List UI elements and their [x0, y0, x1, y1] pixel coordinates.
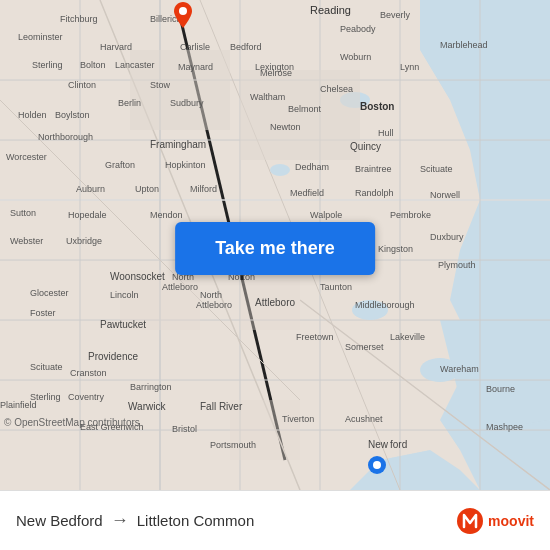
svg-text:Coventry: Coventry — [68, 392, 105, 402]
svg-text:Acushnet: Acushnet — [345, 414, 383, 424]
svg-text:Freetown: Freetown — [296, 332, 334, 342]
svg-text:Waltham: Waltham — [250, 92, 285, 102]
svg-text:Mashpee: Mashpee — [486, 422, 523, 432]
svg-text:Worcester: Worcester — [6, 152, 47, 162]
take-me-there-button[interactable]: Take me there — [175, 222, 375, 275]
destination-pin — [174, 2, 192, 32]
svg-text:Peabody: Peabody — [340, 24, 376, 34]
svg-text:ford: ford — [390, 439, 407, 450]
svg-text:Walpole: Walpole — [310, 210, 342, 220]
svg-text:Framingham: Framingham — [150, 139, 206, 150]
svg-text:Fall River: Fall River — [200, 401, 243, 412]
svg-text:Sutton: Sutton — [10, 208, 36, 218]
svg-text:Bedford: Bedford — [230, 42, 262, 52]
svg-text:Leominster: Leominster — [18, 32, 63, 42]
svg-text:Uxbridge: Uxbridge — [66, 236, 102, 246]
svg-text:Upton: Upton — [135, 184, 159, 194]
svg-text:Providence: Providence — [88, 351, 138, 362]
svg-text:Randolph: Randolph — [355, 188, 394, 198]
svg-text:Hull: Hull — [378, 128, 394, 138]
svg-text:Mendon: Mendon — [150, 210, 183, 220]
svg-text:Medfield: Medfield — [290, 188, 324, 198]
svg-text:Fitchburg: Fitchburg — [60, 14, 98, 24]
origin-label: New Bedford — [16, 512, 103, 529]
svg-text:Plymouth: Plymouth — [438, 260, 476, 270]
svg-text:Attleboro: Attleboro — [162, 282, 198, 292]
svg-text:New: New — [368, 439, 389, 450]
svg-text:Woburn: Woburn — [340, 52, 371, 62]
svg-text:Carlisle: Carlisle — [180, 42, 210, 52]
svg-text:Bristol: Bristol — [172, 424, 197, 434]
svg-text:Warwick: Warwick — [128, 401, 166, 412]
svg-text:Auburn: Auburn — [76, 184, 105, 194]
svg-text:Boylston: Boylston — [55, 110, 90, 120]
svg-text:Reading: Reading — [310, 4, 351, 16]
map-container: Reading Peabody Beverly Marblehead Lynn … — [0, 0, 550, 490]
arrow-icon: → — [111, 510, 129, 531]
svg-text:Newton: Newton — [270, 122, 301, 132]
svg-text:Taunton: Taunton — [320, 282, 352, 292]
svg-text:Wareham: Wareham — [440, 364, 479, 374]
moovit-icon — [456, 507, 484, 535]
svg-text:Hopkinton: Hopkinton — [165, 160, 206, 170]
svg-text:Lakeville: Lakeville — [390, 332, 425, 342]
origin-pin — [368, 456, 386, 478]
svg-text:Clinton: Clinton — [68, 80, 96, 90]
svg-text:Maynard: Maynard — [178, 62, 213, 72]
svg-text:Middleborough: Middleborough — [355, 300, 415, 310]
svg-point-121 — [179, 7, 187, 15]
svg-text:Dedham: Dedham — [295, 162, 329, 172]
svg-text:Milford: Milford — [190, 184, 217, 194]
svg-text:Bolton: Bolton — [80, 60, 106, 70]
svg-text:Bourne: Bourne — [486, 384, 515, 394]
svg-text:Lincoln: Lincoln — [110, 290, 139, 300]
svg-point-123 — [373, 461, 381, 469]
moovit-text: moovit — [488, 513, 534, 529]
svg-text:Glocester: Glocester — [30, 288, 69, 298]
svg-text:Scituate: Scituate — [30, 362, 63, 372]
svg-text:Boston: Boston — [360, 101, 394, 112]
svg-text:Attleboro: Attleboro — [196, 300, 232, 310]
svg-text:Portsmouth: Portsmouth — [210, 440, 256, 450]
destination-label: Littleton Common — [137, 512, 255, 529]
svg-text:Barrington: Barrington — [130, 382, 172, 392]
svg-text:Norwell: Norwell — [430, 190, 460, 200]
svg-text:Braintree: Braintree — [355, 164, 392, 174]
svg-text:Kingston: Kingston — [378, 244, 413, 254]
svg-text:Quincy: Quincy — [350, 141, 381, 152]
svg-text:Somerset: Somerset — [345, 342, 384, 352]
svg-text:Holden: Holden — [18, 110, 47, 120]
svg-text:Woonsocket: Woonsocket — [110, 271, 165, 282]
svg-text:Webster: Webster — [10, 236, 43, 246]
svg-text:Harvard: Harvard — [100, 42, 132, 52]
svg-text:Tiverton: Tiverton — [282, 414, 314, 424]
svg-text:Attleboro: Attleboro — [255, 297, 295, 308]
svg-text:Pawtucket: Pawtucket — [100, 319, 146, 330]
bottom-bar: New Bedford → Littleton Common moovit — [0, 490, 550, 550]
route-info: New Bedford → Littleton Common — [16, 510, 456, 531]
svg-text:Stow: Stow — [150, 80, 171, 90]
svg-text:Lynn: Lynn — [400, 62, 419, 72]
svg-text:Grafton: Grafton — [105, 160, 135, 170]
svg-text:Berlin: Berlin — [118, 98, 141, 108]
svg-text:Cranston: Cranston — [70, 368, 107, 378]
svg-text:Lexington: Lexington — [255, 62, 294, 72]
svg-point-20 — [270, 164, 290, 176]
svg-text:Foster: Foster — [30, 308, 56, 318]
svg-text:Duxbury: Duxbury — [430, 232, 464, 242]
svg-text:Scituate: Scituate — [420, 164, 453, 174]
svg-text:Chelsea: Chelsea — [320, 84, 353, 94]
svg-text:Beverly: Beverly — [380, 10, 411, 20]
svg-text:North: North — [200, 290, 222, 300]
svg-text:Sudbury: Sudbury — [170, 98, 204, 108]
svg-text:Northborough: Northborough — [38, 132, 93, 142]
svg-text:Plainfield: Plainfield — [0, 400, 37, 410]
svg-text:Sterling: Sterling — [32, 60, 63, 70]
svg-text:Marblehead: Marblehead — [440, 40, 488, 50]
svg-text:Pembroke: Pembroke — [390, 210, 431, 220]
svg-text:Belmont: Belmont — [288, 104, 322, 114]
svg-text:Lancaster: Lancaster — [115, 60, 155, 70]
moovit-logo: moovit — [456, 507, 534, 535]
svg-text:Hopedale: Hopedale — [68, 210, 107, 220]
map-attribution: © OpenStreetMap contributors — [4, 417, 140, 428]
